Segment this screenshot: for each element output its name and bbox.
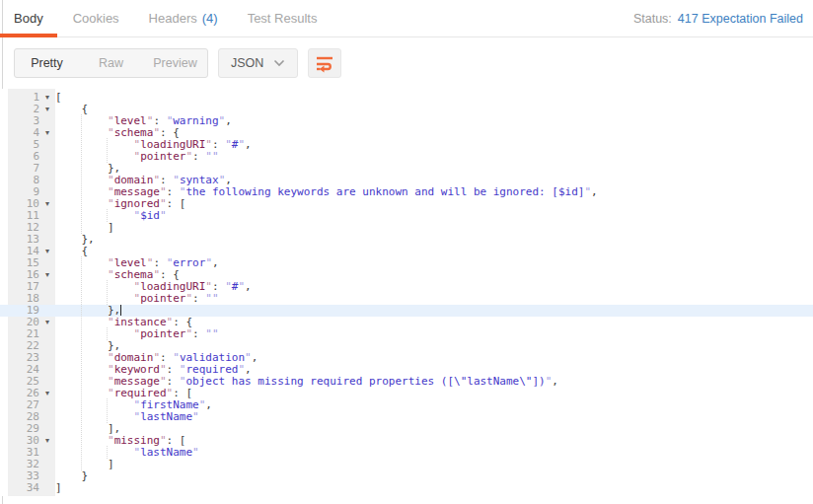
- headers-count-badge: (4): [202, 11, 218, 26]
- fold-arrow-icon[interactable]: ▾: [39, 104, 55, 115]
- code-line-text: "level": "error",: [55, 257, 813, 269]
- fold-arrow-icon: [39, 293, 55, 305]
- code-line-text: "pointer": "": [55, 293, 813, 305]
- code-line-text: ]: [55, 222, 813, 234]
- line-gutter: 5: [0, 139, 55, 151]
- line-gutter: 34: [0, 482, 55, 494]
- code-line-text: "pointer": "": [55, 151, 813, 163]
- fold-arrow-icon: [39, 340, 55, 352]
- code-line-text: "lastName": [55, 447, 813, 459]
- fold-arrow-icon: [39, 115, 55, 127]
- chevron-down-icon: [273, 59, 285, 67]
- code-line[interactable]: 34]: [0, 482, 813, 494]
- fold-arrow-icon: [39, 364, 55, 376]
- fold-arrow-icon: [39, 423, 55, 435]
- fold-arrow-icon: [39, 482, 55, 494]
- tab-test-results-label: Test Results: [248, 11, 318, 26]
- code-line-text: "level": "warning",: [55, 115, 813, 127]
- fold-arrow-icon: [39, 459, 55, 470]
- fold-arrow-icon[interactable]: ▾: [39, 92, 55, 104]
- code-editor[interactable]: 1▾[2▾ {3 "level": "warning",4▾ "schema":…: [0, 89, 813, 496]
- fold-arrow-icon: [39, 376, 55, 388]
- line-gutter: 1▾: [0, 92, 55, 104]
- tab-body[interactable]: Body: [14, 0, 43, 37]
- fold-arrow-icon[interactable]: ▾: [39, 246, 55, 257]
- code-line[interactable]: 32 ]: [0, 459, 813, 470]
- fold-arrow-icon: [39, 470, 55, 482]
- body-view-toolbar: Pretty Raw Preview JSON: [0, 37, 813, 89]
- code-line-text: ]: [55, 482, 813, 494]
- line-gutter: 4▾: [0, 127, 55, 139]
- view-raw-button[interactable]: Raw: [79, 49, 143, 77]
- tab-cookies[interactable]: Cookies: [73, 0, 119, 37]
- tab-headers-label: Headers: [149, 11, 197, 26]
- response-status: Status: 417 Expectation Failed: [633, 0, 803, 37]
- view-pretty-button[interactable]: Pretty: [15, 49, 79, 77]
- code-line-text: }: [55, 470, 813, 482]
- code-line-text: "$id": [55, 210, 813, 222]
- line-number: 34: [0, 482, 39, 494]
- line-gutter: 2▾: [0, 104, 55, 115]
- code-line-text: "pointer": "": [55, 328, 813, 340]
- wrap-text-button[interactable]: [308, 48, 341, 78]
- fold-arrow-icon: [39, 257, 55, 269]
- fold-arrow-icon: [39, 175, 55, 186]
- wrap-text-icon: [314, 53, 335, 73]
- tab-headers[interactable]: Headers (4): [149, 0, 218, 37]
- fold-arrow-icon: [39, 151, 55, 163]
- line-gutter: 6: [0, 151, 55, 163]
- code-line-text: [: [55, 92, 813, 104]
- fold-arrow-icon: [39, 399, 55, 411]
- language-dropdown[interactable]: JSON: [218, 48, 298, 78]
- text-cursor: [120, 305, 121, 316]
- fold-arrow-icon: [39, 352, 55, 364]
- code-line[interactable]: 33 }: [0, 470, 813, 482]
- code-line[interactable]: 28 "lastName": [0, 411, 813, 423]
- line-gutter: 8: [0, 175, 55, 186]
- fold-arrow-icon: [39, 281, 55, 293]
- tab-body-label: Body: [14, 11, 43, 26]
- fold-arrow-icon: [39, 305, 55, 317]
- code-line[interactable]: 1▾[: [0, 92, 813, 104]
- fold-arrow-icon: [39, 222, 55, 234]
- response-pane: Body Cookies Headers (4) Test Results St…: [0, 0, 813, 504]
- fold-arrow-icon[interactable]: ▾: [39, 388, 55, 399]
- code-line[interactable]: 21 "pointer": "": [0, 328, 813, 340]
- tab-cookies-label: Cookies: [73, 11, 119, 26]
- status-value: 417 Expectation Failed: [678, 12, 803, 26]
- code-line-text: },: [55, 234, 813, 246]
- language-dropdown-value: JSON: [231, 56, 263, 70]
- fold-arrow-icon: [39, 139, 55, 151]
- tab-test-results[interactable]: Test Results: [248, 0, 318, 37]
- fold-arrow-icon: [39, 328, 55, 340]
- fold-arrow-icon[interactable]: ▾: [39, 198, 55, 210]
- code-line[interactable]: 18 "pointer": "": [0, 293, 813, 305]
- fold-arrow-icon: [39, 210, 55, 222]
- code-line[interactable]: 31 "lastName": [0, 447, 813, 459]
- view-preview-button[interactable]: Preview: [143, 49, 207, 77]
- code-line-text: "required": [: [55, 388, 813, 399]
- view-mode-segmented-control: Pretty Raw Preview: [14, 48, 208, 78]
- fold-arrow-icon: [39, 234, 55, 246]
- fold-arrow-icon: [39, 411, 55, 423]
- code-line[interactable]: 12 ]: [0, 222, 813, 234]
- fold-arrow-icon: [39, 186, 55, 198]
- fold-arrow-icon[interactable]: ▾: [39, 435, 55, 447]
- fold-arrow-icon[interactable]: ▾: [39, 269, 55, 281]
- fold-arrow-icon[interactable]: ▾: [39, 317, 55, 328]
- response-tab-bar: Body Cookies Headers (4) Test Results St…: [0, 0, 813, 37]
- code-line[interactable]: 13 },: [0, 234, 813, 246]
- code-line[interactable]: 6 "pointer": "": [0, 151, 813, 163]
- code-line-text: "instance": {: [55, 317, 813, 328]
- status-label: Status:: [633, 12, 672, 26]
- line-gutter: 3: [0, 115, 55, 127]
- code-line-text: "ignored": [: [55, 198, 813, 210]
- line-gutter: 7: [0, 163, 55, 175]
- fold-arrow-icon: [39, 447, 55, 459]
- code-line-text: "lastName": [55, 411, 813, 423]
- code-line[interactable]: 11 "$id": [0, 210, 813, 222]
- fold-arrow-icon[interactable]: ▾: [39, 127, 55, 139]
- code-line-text: ]: [55, 459, 813, 470]
- fold-arrow-icon: [39, 163, 55, 175]
